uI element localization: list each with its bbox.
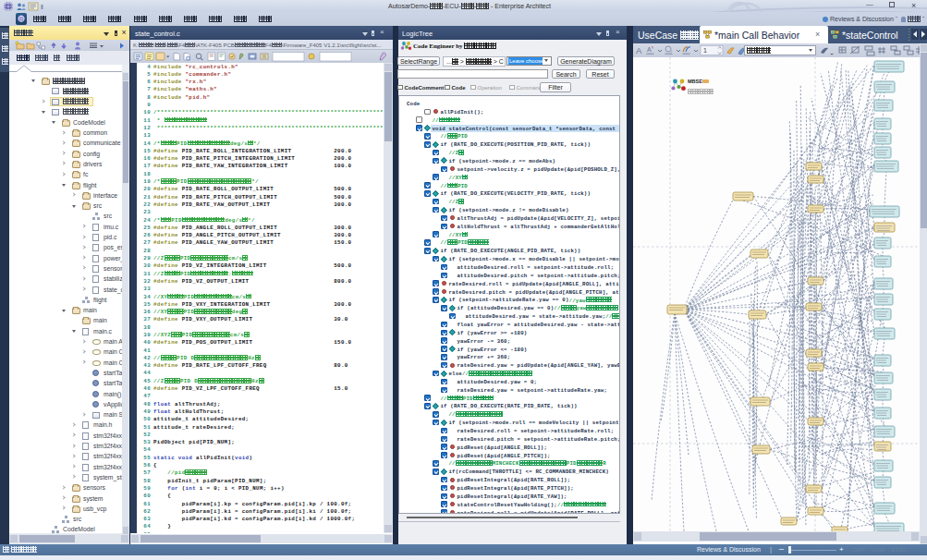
svg-text:A: A bbox=[636, 45, 642, 55]
svg-text:A: A bbox=[647, 46, 652, 53]
svg-text:1: 1 bbox=[703, 47, 707, 54]
svg-text:MBSE: MBSE bbox=[688, 79, 702, 84]
